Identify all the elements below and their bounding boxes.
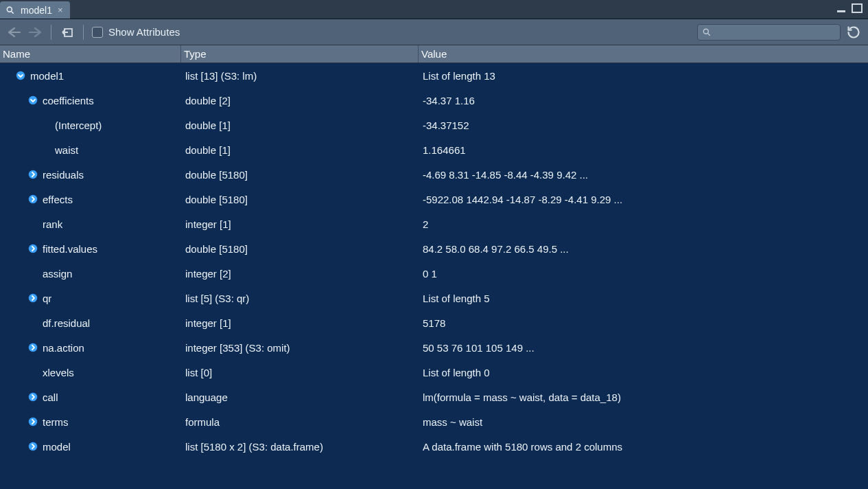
svg-line-1 <box>12 11 14 13</box>
svg-point-12 <box>29 294 37 302</box>
svg-point-11 <box>29 244 37 253</box>
row-name: residuals <box>43 169 84 181</box>
row-name: rank <box>43 218 62 230</box>
search-box[interactable] <box>697 24 841 41</box>
chevron-right-icon[interactable] <box>27 391 38 402</box>
tree-row[interactable]: effectsdouble [5180]-5922.08 1442.94 -14… <box>0 187 868 212</box>
row-type: integer [353] (S3: omit) <box>181 342 419 354</box>
chevron-down-icon[interactable] <box>15 70 26 81</box>
row-name: df.residual <box>43 317 90 329</box>
svg-point-7 <box>16 71 25 80</box>
tree-row[interactable]: qrlist [5] (S3: qr)List of length 5 <box>0 286 868 310</box>
row-value: -4.69 8.31 -14.85 -8.44 -4.39 9.42 ... <box>419 169 868 181</box>
row-type: integer [1] <box>181 218 419 230</box>
tree-row[interactable]: coefficientsdouble [2]-34.37 1.16 <box>0 88 868 113</box>
search-icon <box>702 27 712 37</box>
row-value: -34.37152 <box>419 120 868 131</box>
tree-row[interactable]: df.residualinteger [1]5178 <box>0 310 868 335</box>
close-icon[interactable]: × <box>58 5 63 14</box>
svg-point-13 <box>29 343 37 352</box>
show-attributes-checkbox[interactable] <box>92 27 103 38</box>
row-value: mass ~ waist <box>419 416 868 428</box>
refresh-button[interactable] <box>846 25 861 40</box>
row-value: 1.164661 <box>419 144 868 156</box>
row-name: qr <box>43 293 51 304</box>
svg-rect-3 <box>852 4 862 12</box>
row-name: (Intercept) <box>55 120 102 131</box>
row-type: double [2] <box>181 95 419 106</box>
tree-row[interactable]: (Intercept)double [1]-34.37152 <box>0 113 868 137</box>
row-type: double [1] <box>181 120 419 131</box>
search-input[interactable] <box>716 27 836 38</box>
tree-row[interactable]: assigninteger [2]0 1 <box>0 261 868 286</box>
row-value: List of length 0 <box>419 367 868 378</box>
row-name: model1 <box>30 70 64 82</box>
svg-point-16 <box>29 442 37 451</box>
row-name: na.action <box>43 342 84 354</box>
forward-button[interactable] <box>27 25 43 40</box>
row-type: list [5180 x 2] (S3: data.frame) <box>181 441 419 453</box>
tree-row[interactable]: fitted.valuesdouble [5180]84.2 58.0 68.4… <box>0 236 868 261</box>
row-value: 5178 <box>419 317 868 329</box>
svg-point-10 <box>29 195 37 203</box>
show-attributes-label[interactable]: Show Attributes <box>108 26 180 38</box>
svg-point-9 <box>29 170 37 179</box>
row-value: lm(formula = mass ~ waist, data = data_1… <box>419 391 868 403</box>
tab-model1[interactable]: model1 × <box>0 1 71 19</box>
column-header-name[interactable]: Name <box>0 45 181 62</box>
row-name: coefficients <box>43 95 94 106</box>
tree-row[interactable]: rankinteger [1]2 <box>0 212 868 236</box>
row-type: language <box>181 391 419 403</box>
chevron-right-icon[interactable] <box>27 342 38 353</box>
row-value: -5922.08 1442.94 -14.87 -8.29 -4.41 9.29… <box>419 194 868 205</box>
tree-row[interactable]: termsformulamass ~ waist <box>0 409 868 434</box>
minimize-icon[interactable] <box>836 4 847 15</box>
tree-row[interactable]: na.actioninteger [353] (S3: omit)50 53 7… <box>0 335 868 360</box>
column-header-row: Name Type Value <box>0 45 868 63</box>
row-name: fitted.values <box>43 243 97 255</box>
tree-row[interactable]: residualsdouble [5180]-4.69 8.31 -14.85 … <box>0 162 868 187</box>
svg-point-8 <box>29 96 37 104</box>
row-type: integer [2] <box>181 268 419 280</box>
tree-row[interactable]: modellist [5180 x 2] (S3: data.frame)A d… <box>0 434 868 459</box>
row-name: terms <box>43 416 69 428</box>
row-type: double [1] <box>181 144 419 156</box>
chevron-right-icon[interactable] <box>27 293 38 304</box>
row-name: xlevels <box>43 367 74 378</box>
row-value: 84.2 58.0 68.4 97.2 66.5 49.5 ... <box>419 243 868 255</box>
toolbar-separator <box>51 25 51 40</box>
chevron-right-icon[interactable] <box>27 243 38 254</box>
back-button[interactable] <box>7 25 22 40</box>
tree-row[interactable]: waistdouble [1]1.164661 <box>0 137 868 162</box>
tree-row[interactable]: xlevelslist [0]List of length 0 <box>0 360 868 385</box>
maximize-icon[interactable] <box>852 3 863 15</box>
row-value: List of length 13 <box>419 70 868 82</box>
tab-title: model1 <box>21 5 52 16</box>
chevron-right-icon[interactable] <box>27 169 38 180</box>
svg-point-5 <box>703 29 708 34</box>
tab-strip: model1 × <box>0 0 868 19</box>
search-icon <box>5 5 15 15</box>
row-name: call <box>43 391 58 403</box>
row-type: integer [1] <box>181 317 419 329</box>
row-type: list [5] (S3: qr) <box>181 293 419 304</box>
svg-point-15 <box>29 418 37 426</box>
chevron-right-icon[interactable] <box>27 416 38 427</box>
chevron-right-icon[interactable] <box>27 441 38 452</box>
row-value: 0 1 <box>419 268 868 280</box>
column-header-type[interactable]: Type <box>181 45 419 62</box>
chevron-right-icon[interactable] <box>27 194 38 205</box>
svg-line-6 <box>708 33 710 35</box>
row-type: list [0] <box>181 367 419 378</box>
tree-row[interactable]: calllanguagelm(formula = mass ~ waist, d… <box>0 385 868 409</box>
row-type: formula <box>181 416 419 428</box>
column-header-value[interactable]: Value <box>419 45 868 62</box>
open-window-button[interactable] <box>60 25 75 40</box>
tree-content[interactable]: model1list [13] (S3: lm)List of length 1… <box>0 63 868 489</box>
row-type: list [13] (S3: lm) <box>181 70 419 82</box>
row-value: 2 <box>419 218 868 230</box>
tree-row[interactable]: model1list [13] (S3: lm)List of length 1… <box>0 63 868 88</box>
chevron-down-icon[interactable] <box>27 95 38 106</box>
row-name: waist <box>55 144 78 156</box>
row-name: model <box>43 441 71 453</box>
